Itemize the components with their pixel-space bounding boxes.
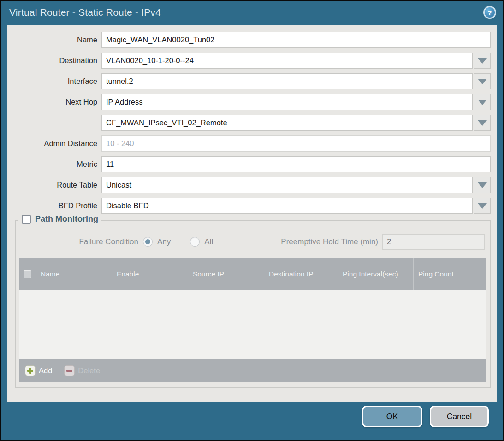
destination-dropdown-button[interactable]: [474, 53, 491, 69]
path-monitoring-legend: Path Monitoring: [18, 214, 101, 224]
delete-button-label: Delete: [78, 366, 100, 375]
delete-button[interactable]: Delete: [64, 365, 100, 376]
next-hop-type-input[interactable]: [101, 94, 473, 110]
chevron-down-icon: [478, 58, 487, 64]
path-monitoring-title: Path Monitoring: [35, 214, 98, 224]
failure-condition-any-label: Any: [157, 237, 171, 247]
dialog-title: Virtual Router - Static Route - IPv4: [9, 7, 161, 18]
form-row-destination: Destination: [7, 53, 491, 69]
ok-button[interactable]: OK: [362, 406, 422, 427]
failure-condition-row: Failure Condition Any All Preemptive Hol…: [19, 234, 485, 250]
failure-condition-label: Failure Condition: [19, 237, 143, 247]
admin-distance-label: Admin Distance: [7, 139, 101, 148]
metric-input[interactable]: [101, 156, 491, 172]
column-header-ping-interval: Ping Interval(sec): [338, 258, 413, 290]
name-input[interactable]: [101, 32, 491, 48]
next-hop-label: Next Hop: [7, 98, 101, 106]
column-header-name: Name: [36, 258, 112, 290]
next-hop-address-input[interactable]: [101, 115, 473, 131]
preemptive-hold-time-label: Preemptive Hold Time (min): [281, 237, 382, 247]
route-table-dropdown-button[interactable]: [474, 177, 491, 193]
chevron-down-icon: [478, 182, 487, 188]
dialog-footer: OK Cancel: [1, 402, 503, 440]
dialog-title-bar: Virtual Router - Static Route - IPv4 ?: [1, 1, 503, 25]
chevron-down-icon: [478, 100, 487, 105]
form-row-next-hop: Next Hop: [7, 94, 491, 110]
interface-dropdown-button[interactable]: [474, 73, 491, 89]
form-row-interface: Interface: [7, 73, 491, 89]
failure-condition-any-option[interactable]: Any: [143, 237, 171, 247]
failure-condition-all-option[interactable]: All: [190, 237, 213, 247]
help-icon[interactable]: ?: [483, 6, 496, 19]
next-hop-type-dropdown-button[interactable]: [474, 94, 491, 110]
select-all-checkbox[interactable]: [24, 270, 31, 278]
route-table-label: Route Table: [7, 181, 101, 189]
radio-unselected-icon: [190, 237, 200, 247]
chevron-down-icon: [478, 79, 487, 84]
form-row-name: Name: [7, 32, 491, 48]
column-header-enable: Enable: [112, 258, 188, 290]
next-hop-address-dropdown-button[interactable]: [474, 115, 491, 131]
cancel-button[interactable]: Cancel: [430, 406, 489, 427]
path-monitoring-section: Path Monitoring Failure Condition Any Al…: [15, 220, 491, 388]
table-header-checkbox-cell: [19, 258, 36, 290]
admin-distance-input[interactable]: [101, 135, 491, 152]
destination-label: Destination: [7, 56, 101, 65]
path-monitoring-checkbox[interactable]: [22, 215, 31, 224]
static-route-dialog: Virtual Router - Static Route - IPv4 ? N…: [0, 0, 504, 441]
column-header-destination-ip: Destination IP: [264, 258, 338, 290]
destination-input[interactable]: [101, 53, 473, 69]
route-table-input[interactable]: [101, 177, 473, 193]
plus-icon: [25, 365, 36, 376]
dialog-content: Name Destination Interface: [7, 25, 497, 402]
failure-condition-all-label: All: [204, 237, 213, 247]
preemptive-hold-time-input[interactable]: [382, 234, 485, 250]
form-row-route-table: Route Table: [7, 177, 491, 193]
bfd-profile-dropdown-button[interactable]: [474, 198, 491, 214]
table-body-empty: [19, 290, 486, 359]
interface-input[interactable]: [101, 73, 473, 89]
table-footer-bar: Add Delete: [19, 359, 486, 382]
minus-icon: [64, 365, 75, 376]
table-header-row: Name Enable Source IP Destination IP Pin…: [19, 258, 486, 290]
name-label: Name: [7, 35, 101, 44]
form-row-next-hop-address: [7, 115, 491, 131]
interface-label: Interface: [7, 77, 101, 86]
add-button-label: Add: [39, 366, 52, 375]
column-header-ping-count: Ping Count: [413, 258, 486, 290]
add-button[interactable]: Add: [25, 365, 52, 376]
form-row-admin-distance: Admin Distance: [7, 135, 491, 152]
bfd-profile-label: BFD Profile: [7, 201, 101, 210]
bfd-profile-input[interactable]: [101, 198, 473, 214]
form-row-bfd-profile: BFD Profile: [7, 198, 491, 214]
radio-selected-icon: [143, 237, 153, 247]
column-header-source-ip: Source IP: [188, 258, 264, 290]
form-row-metric: Metric: [7, 156, 491, 172]
metric-label: Metric: [7, 160, 101, 169]
path-monitoring-table: Name Enable Source IP Destination IP Pin…: [19, 258, 486, 382]
chevron-down-icon: [478, 120, 487, 126]
chevron-down-icon: [478, 203, 487, 209]
help-icon-glyph: ?: [487, 9, 492, 17]
